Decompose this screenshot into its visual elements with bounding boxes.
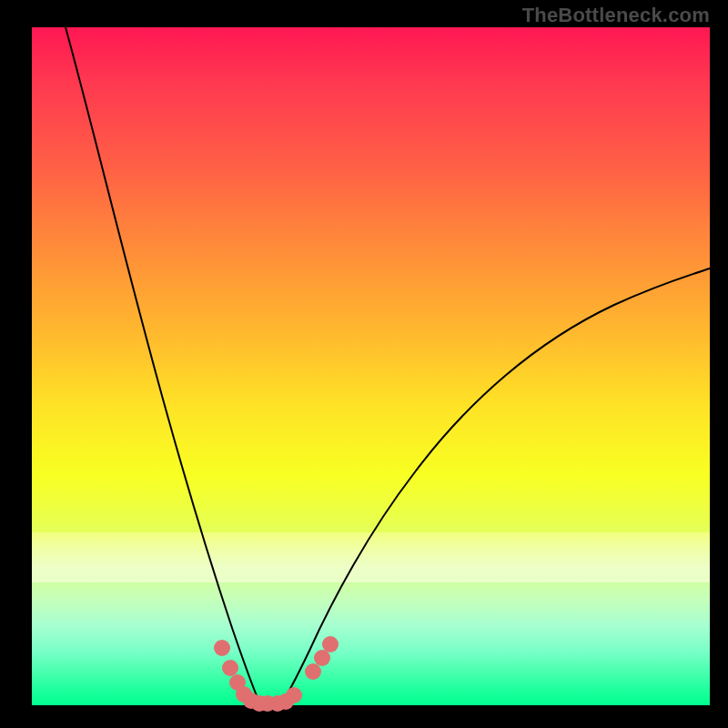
marker-dot xyxy=(322,636,339,652)
marker-dot xyxy=(305,663,321,680)
marker-dot xyxy=(222,660,238,676)
marker-group xyxy=(214,636,339,712)
marker-dot xyxy=(286,687,302,703)
marker-dot xyxy=(314,650,330,666)
plot-area xyxy=(32,27,710,705)
watermark-label: TheBottleneck.com xyxy=(522,4,710,27)
chart-frame: TheBottleneck.com xyxy=(0,0,728,728)
curve-left xyxy=(66,27,258,701)
curve-layer xyxy=(32,27,710,705)
curve-right xyxy=(283,268,710,701)
marker-dot xyxy=(214,640,230,656)
